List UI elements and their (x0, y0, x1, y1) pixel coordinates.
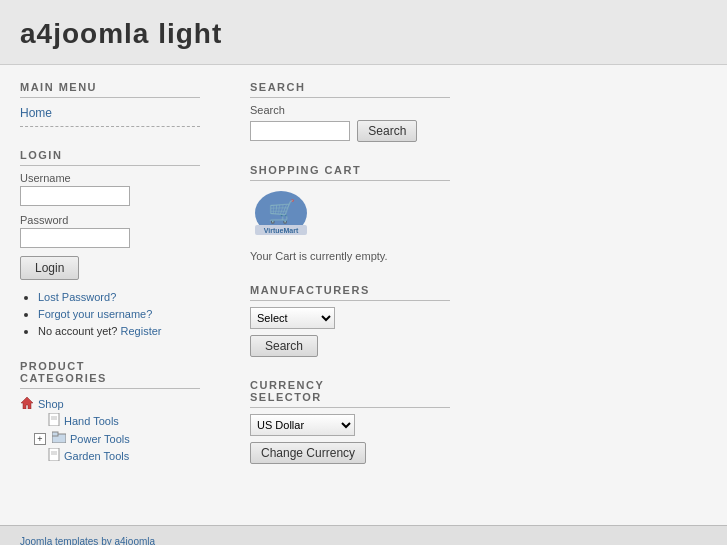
power-tools-link[interactable]: Power Tools (70, 433, 130, 445)
username-label: Username (20, 172, 200, 184)
forgot-username-item: Forgot your username? (38, 307, 200, 321)
username-input[interactable] (20, 186, 130, 206)
no-account-text: No account yet? (38, 325, 121, 337)
search-input[interactable] (250, 121, 350, 141)
svg-rect-5 (52, 432, 58, 436)
site-header: a4joomla light (0, 0, 727, 65)
category-shop: Shop (20, 395, 200, 466)
login-title: LOGIN (20, 149, 200, 166)
right-column: SEARCH Search Search SHOPPING CART 🛒 (220, 81, 707, 509)
login-section: LOGIN Username Password Login Lost Passw… (20, 149, 200, 338)
login-button[interactable]: Login (20, 256, 79, 280)
product-categories-title: PRODUCTCATEGORIES (20, 360, 200, 389)
garden-tools-link[interactable]: Garden Tools (64, 450, 129, 462)
category-shop-item: Shop (20, 396, 200, 412)
currency-controls: US Dollar Euro GBP Change Currency (250, 414, 450, 464)
page-icon2 (48, 448, 60, 464)
power-tools-item: + Power Tools (34, 431, 200, 446)
shop-link[interactable]: Shop (38, 398, 64, 410)
manufacturers-search-button[interactable]: Search (250, 335, 318, 357)
change-currency-button[interactable]: Change Currency (250, 442, 366, 464)
house-icon (20, 396, 34, 412)
svg-text:🛒: 🛒 (268, 198, 296, 225)
lost-password-item: Lost Password? (38, 290, 200, 304)
left-column: MAIN MENU Home LOGIN Username Password L… (20, 81, 220, 509)
footer: Joomla templates by a4joomla (0, 525, 727, 545)
garden-tools-item: Garden Tools (34, 448, 200, 464)
search-button[interactable]: Search (357, 120, 417, 142)
indent-icon (34, 414, 44, 428)
footer-link[interactable]: Joomla templates by a4joomla (20, 536, 155, 545)
page-icon (48, 413, 60, 429)
search-title: SEARCH (250, 81, 450, 98)
shopping-cart-title: SHOPPING CART (250, 164, 450, 181)
main-wrapper: MAIN MENU Home LOGIN Username Password L… (0, 65, 727, 525)
manufacturers-section: MANUFACTURERS Select Search (250, 284, 450, 357)
forgot-username-link[interactable]: Forgot your username? (38, 308, 152, 320)
svg-text:VirtueMart: VirtueMart (264, 227, 299, 234)
cart-empty-text: Your Cart is currently empty. (250, 250, 388, 262)
search-section: SEARCH Search Search (250, 81, 450, 142)
currency-select[interactable]: US Dollar Euro GBP (250, 414, 355, 436)
manufacturers-select[interactable]: Select (250, 307, 335, 329)
product-categories-section: PRODUCTCATEGORIES Shop (20, 360, 200, 466)
folder-icon (52, 431, 66, 446)
cart-icon-container: 🛒 VirtueMart Your Cart is currently empt… (250, 187, 450, 262)
subcategory-list: Hand Tools + (20, 412, 200, 465)
password-input[interactable] (20, 228, 130, 248)
main-menu-section: MAIN MENU Home (20, 81, 200, 127)
search-label: Search (250, 104, 450, 116)
plus-expand-icon[interactable]: + (34, 433, 46, 445)
register-link[interactable]: Register (121, 325, 162, 337)
menu-item-home[interactable]: Home (20, 104, 200, 122)
currency-selector-title: CURRENCYSELECTOR (250, 379, 450, 408)
category-garden-tools: Garden Tools (34, 447, 200, 465)
manufacturers-controls: Select Search (250, 307, 450, 357)
shopping-cart-section: SHOPPING CART 🛒 VirtueMart Your Cart is … (250, 164, 450, 262)
currency-selector-section: CURRENCYSELECTOR US Dollar Euro GBP Chan… (250, 379, 450, 464)
search-row: Search (250, 120, 450, 142)
site-title: a4joomla light (20, 18, 222, 49)
svg-marker-0 (21, 397, 33, 409)
svg-rect-1 (49, 413, 59, 426)
lost-password-link[interactable]: Lost Password? (38, 291, 116, 303)
manufacturers-title: MANUFACTURERS (250, 284, 450, 301)
no-account-item: No account yet? Register (38, 324, 200, 338)
login-links: Lost Password? Forgot your username? No … (20, 290, 200, 338)
indent2-icon (34, 449, 44, 463)
hand-tools-link[interactable]: Hand Tools (64, 415, 119, 427)
virtuemart-logo[interactable]: 🛒 VirtueMart (250, 187, 312, 242)
menu-divider (20, 126, 200, 127)
category-tree: Shop (20, 395, 200, 466)
password-label: Password (20, 214, 200, 226)
svg-rect-6 (49, 448, 59, 461)
category-power-tools: + Power Tools (34, 430, 200, 447)
hand-tools-item: Hand Tools (34, 413, 200, 429)
main-menu-title: MAIN MENU (20, 81, 200, 98)
category-hand-tools: Hand Tools (34, 412, 200, 430)
